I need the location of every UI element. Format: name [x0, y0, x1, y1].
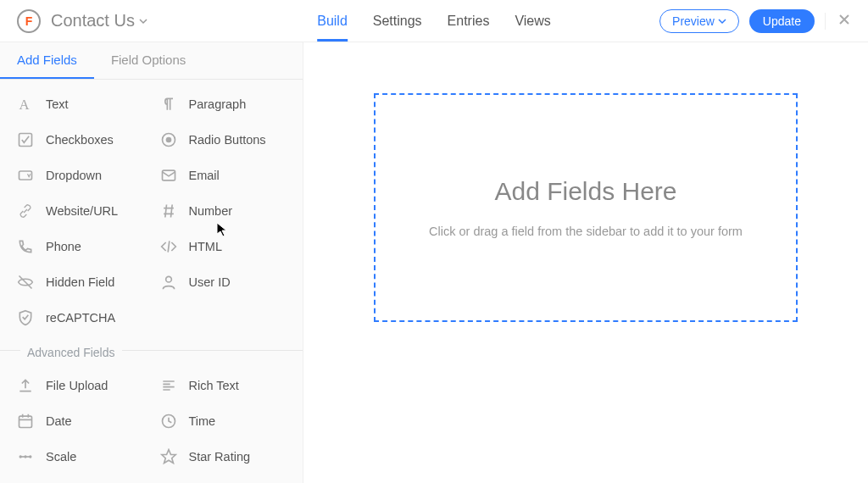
field-website[interactable]: Website/URL: [8, 193, 152, 229]
field-label: Paragraph: [189, 97, 247, 111]
nav-entries[interactable]: Entries: [448, 0, 490, 42]
field-star[interactable]: Star Rating: [152, 439, 295, 475]
field-label: HTML: [189, 240, 222, 253]
field-checkboxes[interactable]: Checkboxes: [8, 122, 152, 158]
dropzone[interactable]: Add Fields Here Click or drag a field fr…: [374, 93, 798, 322]
field-label: Website/URL: [46, 204, 118, 218]
field-label: Number: [189, 204, 233, 218]
chevron-down-icon: [718, 17, 726, 25]
chevron-down-icon: [138, 16, 148, 26]
svg-line-6: [19, 276, 32, 289]
paragraph-icon: [160, 96, 177, 113]
radio-icon: [160, 131, 177, 148]
calendar-icon: [17, 413, 34, 430]
dropzone-subtitle: Click or drag a field from the sidebar t…: [429, 225, 743, 238]
preview-button[interactable]: Preview: [659, 9, 739, 33]
field-label: Checkboxes: [46, 133, 114, 147]
field-hidden[interactable]: Hidden Field: [8, 264, 152, 300]
tab-field-options[interactable]: Field Options: [94, 42, 203, 79]
shield-icon: [17, 309, 34, 326]
sidebar: Add Fields Field Options A Text Paragrap…: [0, 42, 303, 483]
field-paragraph[interactable]: Paragraph: [152, 86, 295, 122]
user-icon: [160, 274, 177, 291]
nav-views[interactable]: Views: [515, 0, 550, 42]
field-label: Radio Buttons: [189, 133, 266, 147]
checkbox-icon: [17, 131, 34, 148]
field-rich-text[interactable]: Rich Text: [152, 368, 295, 403]
nav-build[interactable]: Build: [317, 0, 348, 42]
field-label: Phone: [46, 240, 81, 253]
form-canvas: Add Fields Here Click or drag a field fr…: [303, 42, 868, 483]
svg-text:A: A: [19, 97, 30, 113]
field-label: Rich Text: [189, 379, 239, 392]
tab-add-fields[interactable]: Add Fields: [0, 42, 94, 79]
field-date[interactable]: Date: [8, 403, 152, 439]
eye-off-icon: [17, 274, 34, 291]
email-icon: [160, 167, 177, 184]
update-button[interactable]: Update: [749, 9, 815, 33]
field-recaptcha[interactable]: reCAPTCHA: [8, 300, 152, 336]
field-file-upload[interactable]: File Upload: [8, 368, 152, 403]
clock-icon: [160, 413, 177, 430]
field-phone[interactable]: Phone: [8, 229, 152, 264]
dropzone-title: Add Fields Here: [494, 177, 676, 206]
svg-point-3: [165, 137, 171, 143]
field-time[interactable]: Time: [152, 403, 295, 439]
nav-settings[interactable]: Settings: [373, 0, 422, 42]
field-label: Date: [46, 414, 72, 428]
field-dropdown[interactable]: Dropdown: [8, 158, 152, 193]
field-label: Hidden Field: [46, 275, 114, 289]
field-number[interactable]: Number: [152, 193, 295, 229]
preview-label: Preview: [672, 14, 715, 28]
field-label: User ID: [189, 275, 231, 289]
phone-icon: [17, 238, 34, 255]
dropdown-icon: [17, 167, 34, 184]
close-icon: [837, 13, 851, 26]
logo-glyph: F: [25, 14, 33, 28]
text-icon: A: [17, 96, 34, 113]
advanced-fields-label: Advanced Fields: [0, 339, 303, 361]
code-icon: [160, 238, 177, 255]
form-title-dropdown[interactable]: Contact Us: [51, 11, 148, 31]
field-user-id[interactable]: User ID: [152, 264, 295, 300]
svg-point-7: [165, 276, 171, 282]
app-logo: F: [17, 9, 41, 33]
field-label: Email: [189, 169, 220, 182]
field-label: Scale: [46, 450, 76, 464]
form-title-text: Contact Us: [51, 11, 135, 31]
field-text[interactable]: A Text: [8, 86, 152, 122]
field-label: Text: [46, 97, 69, 111]
field-email[interactable]: Email: [152, 158, 295, 193]
upload-icon: [17, 377, 34, 394]
field-label: Star Rating: [189, 450, 251, 464]
svg-rect-8: [19, 416, 32, 427]
close-button[interactable]: [825, 13, 851, 30]
scale-icon: [17, 448, 34, 465]
field-radio[interactable]: Radio Buttons: [152, 122, 295, 158]
star-icon: [160, 448, 177, 465]
field-html[interactable]: HTML: [152, 229, 295, 264]
rich-text-icon: [160, 377, 177, 394]
field-scale[interactable]: Scale: [8, 439, 152, 475]
field-label: Time: [189, 414, 216, 428]
hash-icon: [160, 203, 177, 219]
field-label: reCAPTCHA: [46, 311, 115, 325]
field-label: Dropdown: [46, 169, 102, 182]
link-icon: [17, 203, 34, 219]
field-label: File Upload: [46, 379, 108, 392]
